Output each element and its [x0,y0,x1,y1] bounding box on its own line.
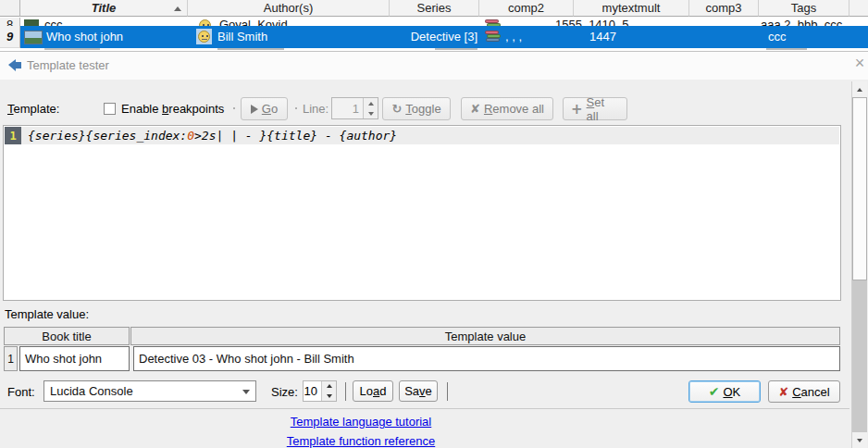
load-button[interactable]: Load [353,380,393,402]
table-row-selected[interactable]: Who shot john Bill Smith Detective [3] ,… [20,26,868,48]
size-value: 10 [304,381,321,401]
clipped-text-fragment [217,48,284,50]
font-label: Font: [7,385,35,399]
column-header-mytextmult-label: mytextmult [602,1,661,15]
book-title-column-header[interactable]: Book title [4,327,130,345]
dialog-scrollbar[interactable] [851,81,867,448]
row8-number: 8 [6,18,13,26]
column-header-tags[interactable]: Tags [759,0,849,17]
footer-divider [0,408,849,409]
column-header-authors-label: Author(s) [264,1,313,15]
remove-all-button[interactable]: ✘ Remove all [461,97,553,120]
column-header-rownum[interactable] [0,0,20,17]
spinner-arrows[interactable] [363,98,378,118]
close-icon[interactable]: × [850,54,868,72]
load-label: Load [360,384,387,398]
column-header-title[interactable]: Title [20,0,188,17]
dialog-titlebar: Template tester [0,51,868,80]
column-header-comp3[interactable]: comp3 [689,0,759,17]
save-button[interactable]: Save [399,380,438,402]
size-label: Size: [271,385,298,399]
screen: Title Author(s) Series comp2 mytextmult … [0,0,868,448]
books-stack-icon [485,31,500,44]
help-links: Template language tutorial Template func… [0,415,722,448]
row8-authors: Goyal, Kovid [219,18,288,26]
remove-all-icon: ✘ [470,102,480,116]
clipped-text-fragment [435,48,477,50]
x-icon: ✘ [778,385,788,399]
row9-number: 9 [6,30,13,44]
go-button[interactable]: Go [241,97,288,120]
line-spinner[interactable]: 1 [331,97,378,119]
size-spinner[interactable]: 10 [303,380,337,402]
line-value: 1 [332,98,363,118]
column-header-comp2-label: comp2 [508,1,544,15]
row8-tags: aaa 2, bbb, ccc [761,18,842,26]
column-header-tags-label: Tags [791,1,816,15]
column-header-comp2[interactable]: comp2 [479,0,574,17]
font-combobox[interactable]: Lucida Console [43,380,256,402]
cancel-label: Cancel [792,385,829,399]
row8-comp2: , , , [505,18,522,26]
clipped-text-fragment [766,48,807,50]
font-value: Lucida Console [50,384,133,398]
template-value-column-header[interactable]: Template value [130,327,840,345]
result-book-title-cell[interactable]: Who shot john [19,346,130,371]
dialog-title: Template tester [27,58,109,72]
row9-tags: ccc [768,30,787,44]
set-all-icon: + [571,101,583,118]
book-cover-icon [24,19,39,26]
template-code-line[interactable]: {series}{series_index:0>2s| | - }{title}… [28,129,397,143]
footer-separator [345,382,346,401]
check-icon: ✔ [709,384,720,399]
row9-number-cell: 9 [0,26,20,48]
save-label: Save [404,384,432,398]
cancel-button[interactable]: ✘ Cancel [768,380,840,403]
toggle-button[interactable]: ↻ Toggle [382,97,451,120]
template-value-label: Template value: [5,307,89,321]
row9-authors: Bill Smith [217,30,267,44]
toggle-label: Toggle [405,102,440,116]
set-all-button[interactable]: + Set all [563,97,627,120]
result-book-title: Who shot john [25,352,102,366]
enable-breakpoints-label[interactable]: Enable breakpoints [121,102,224,116]
spinner-arrows[interactable] [321,381,336,401]
toolbar-separator [233,107,235,109]
row9-comp2: , , , [505,30,522,44]
scroll-up-button[interactable] [852,81,867,97]
column-header-series-label: Series [417,1,452,15]
result-template-value: Detective 03 - Who shot john - Bill Smit… [139,352,354,366]
template-code-editor[interactable]: 1 {series}{series_index:0>2s| | - }{titl… [3,125,841,301]
enable-breakpoints-checkbox[interactable] [104,103,116,115]
template-value-header-label: Template value [445,330,526,343]
ok-button[interactable]: ✔ OK [688,380,761,403]
column-header-series[interactable]: Series [390,0,479,17]
author-icon-bg [196,29,212,44]
column-header-title-label: Title [92,1,117,15]
table-row-partial[interactable]: ccc Goyal, Kovid , , , 1555, 1410, 5… aa… [20,18,868,26]
template-function-reference-link[interactable]: Template function reference [0,434,722,448]
ok-label: OK [723,385,740,399]
row9-mytextmult: 1447 [589,30,616,44]
scroll-down-button[interactable] [852,432,867,448]
row8-number-cell: 8 [0,18,20,26]
line-number-gutter: 1 [5,127,21,144]
template-label: Template: [7,102,59,116]
author-smiley-icon [198,31,210,43]
column-header-mytextmult[interactable]: mytextmult [574,0,689,17]
remove-all-label: Remove all [484,102,544,116]
scrollbar-track[interactable] [852,280,867,432]
row8-mytextmult: 1555, 1410, 5… [555,18,641,26]
result-template-value-cell[interactable]: Detective 03 - Who shot john - Bill Smit… [133,346,840,371]
book-list: Title Author(s) Series comp2 mytextmult … [0,0,868,51]
author-smiley-icon [199,19,211,26]
scrollbar-thumb[interactable] [852,97,867,280]
template-language-tutorial-link[interactable]: Template language tutorial [0,415,722,429]
book-cover-icon [24,31,43,44]
go-label: Go [262,102,278,116]
column-header-authors[interactable]: Author(s) [188,0,390,17]
row8-title: ccc [44,18,63,26]
column-header-extra[interactable] [849,0,868,17]
footer-separator [447,382,448,401]
row9-title: Who shot john [46,30,123,44]
